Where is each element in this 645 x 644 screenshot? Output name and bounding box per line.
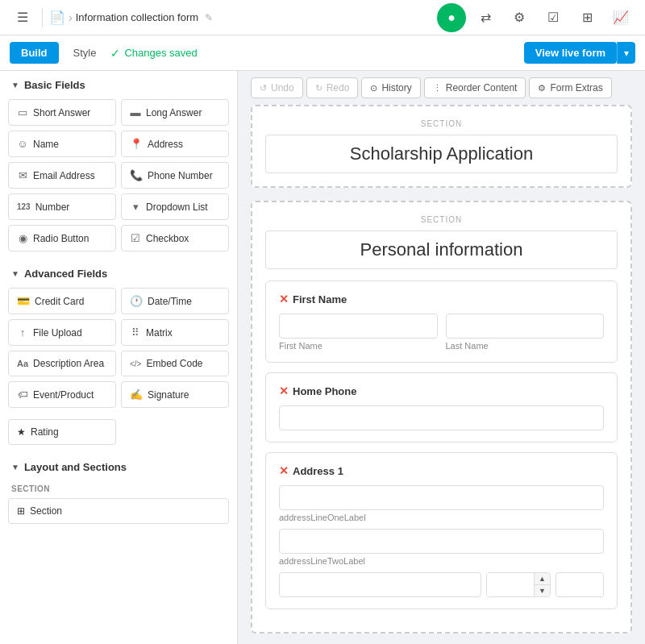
advanced-fields-header[interactable]: ▼ Advanced Fields [0, 260, 237, 285]
address-icon: 📍 [130, 138, 143, 150]
basic-fields-grid: ▭ Short Answer ▬ Long Answer ☺ Name 📍 Ad… [0, 96, 237, 260]
address-label: ✕ Address 1 [279, 464, 604, 477]
checkbox-field[interactable]: ☑ Checkbox [121, 225, 229, 251]
separator-1 [42, 8, 43, 27]
name-icon: ☺ [17, 138, 28, 150]
breadcrumb-edit-icon[interactable]: ✎ [205, 12, 213, 23]
address-line-1-label: addressLineOneLabel [279, 513, 604, 522]
description-icon: Aa [17, 359, 28, 368]
section-tag-1: SECTION [265, 119, 618, 128]
address-city-input[interactable] [279, 572, 481, 597]
build-button[interactable]: Build [10, 42, 59, 64]
hamburger-icon[interactable]: ☰ [10, 5, 35, 31]
embed-icon: </> [130, 359, 141, 368]
last-name-input-wrapper: Last Name [446, 314, 605, 351]
datetime-icon: 🕐 [130, 295, 143, 307]
dropdown-icon: ▾ [130, 201, 141, 213]
redo-icon: ↻ [315, 83, 322, 93]
breadcrumb-arrow: › [69, 11, 73, 24]
redo-button[interactable]: ↻ Redo [306, 77, 359, 98]
required-icon-2: ✕ [279, 384, 289, 397]
section-title-input-2[interactable] [265, 231, 618, 269]
rating-field[interactable]: ★ Rating [8, 419, 116, 445]
embed-code-field[interactable]: </> Embed Code [121, 351, 229, 376]
file-upload-field[interactable]: ↑ File Upload [8, 319, 116, 346]
sidebar: ▼ Basic Fields ▭ Short Answer ▬ Long Ans… [0, 71, 238, 644]
address-field[interactable]: 📍 Address [121, 131, 229, 157]
settings-icon[interactable]: ⚙ [505, 3, 534, 32]
email-address-field[interactable]: ✉ Email Address [8, 162, 116, 189]
advanced-fields-label: Advanced Fields [24, 268, 107, 280]
form-content: SECTION SECTION ✕ First Name [238, 105, 645, 644]
advanced-fields-grid: 💳 Credit Card 🕐 Date/Time ↑ File Upload … [0, 285, 237, 416]
form-extras-button[interactable]: ⚙ Form Extras [529, 77, 611, 98]
long-answer-field[interactable]: ▬ Long Answer [121, 99, 229, 126]
event-product-field[interactable]: 🏷 Event/Product [8, 381, 116, 408]
matrix-field[interactable]: ⠿ Matrix [121, 319, 229, 346]
last-name-input[interactable] [446, 314, 605, 339]
section-title-input-1[interactable] [265, 135, 618, 173]
spinner-down[interactable]: ▼ [535, 585, 550, 596]
undo-button[interactable]: ↺ Undo [251, 77, 303, 98]
undo-icon: ↺ [260, 83, 267, 93]
number-icon: 123 [17, 202, 31, 211]
first-name-label: ✕ First Name [279, 293, 604, 305]
chart-icon[interactable]: 📈 [606, 3, 635, 32]
address-row-bottom: ▲ ▼ [279, 572, 604, 597]
history-icon: ⊙ [370, 83, 377, 93]
spinner-up[interactable]: ▲ [535, 573, 550, 585]
short-answer-icon: ▭ [17, 106, 28, 118]
short-answer-field[interactable]: ▭ Short Answer [8, 99, 116, 126]
first-name-field-block: ✕ First Name First Name Last Name [265, 280, 618, 363]
breadcrumb-title: Information collection form [76, 11, 198, 23]
section-layout-field[interactable]: ⊞ Section [8, 498, 229, 524]
address-line-2-label: addressLineTwoLabel [279, 556, 604, 566]
view-live-button[interactable]: View live form [524, 42, 617, 64]
matrix-icon: ⠿ [130, 326, 141, 339]
spinner-arrows: ▲ ▼ [534, 573, 550, 596]
connection-icon[interactable]: ⇄ [471, 3, 500, 32]
main-layout: ▼ Basic Fields ▭ Short Answer ▬ Long Ans… [0, 71, 645, 644]
required-icon-1: ✕ [279, 293, 289, 305]
address-spinner-input[interactable] [487, 573, 534, 596]
publish-icon[interactable]: ● [437, 3, 466, 32]
changes-saved-status: ✓ Changes saved [110, 47, 197, 60]
top-bar-actions: ● ⇄ ⚙ ☑ ⊞ 📈 [437, 3, 635, 32]
basic-fields-header[interactable]: ▼ Basic Fields [0, 71, 237, 96]
datetime-field[interactable]: 🕐 Date/Time [121, 288, 229, 314]
credit-card-field[interactable]: 💳 Credit Card [8, 288, 116, 314]
signature-field[interactable]: ✍ Signature [121, 381, 229, 408]
first-name-input[interactable] [279, 314, 438, 339]
checkbox-icon: ☑ [130, 232, 141, 244]
section-block-1: SECTION [251, 105, 632, 188]
address-zip-input[interactable] [556, 572, 604, 597]
reorder-button[interactable]: ⋮ Reorder Content [424, 77, 526, 98]
reorder-icon: ⋮ [433, 83, 442, 93]
credit-card-icon: 💳 [17, 295, 30, 307]
phone-icon: 📞 [130, 169, 143, 181]
checklist-icon[interactable]: ☑ [539, 3, 568, 32]
name-field[interactable]: ☺ Name [8, 131, 116, 157]
event-icon: 🏷 [17, 388, 28, 401]
home-phone-label: ✕ Home Phone [279, 384, 604, 397]
dropdown-list-field[interactable]: ▾ Dropdown List [121, 193, 229, 220]
grid-icon[interactable]: ⊞ [572, 3, 601, 32]
long-answer-icon: ▬ [130, 106, 141, 118]
collapse-arrow-advanced: ▼ [11, 269, 19, 278]
address-line-2-input[interactable] [279, 529, 604, 554]
radio-button-field[interactable]: ◉ Radio Button [8, 225, 116, 251]
file-icon: 📄 [49, 10, 65, 25]
address-line-1-input[interactable] [279, 485, 604, 510]
phone-number-field[interactable]: 📞 Phone Number [121, 162, 229, 189]
view-live-dropdown-button[interactable]: ▾ [617, 42, 635, 64]
address-spinner: ▲ ▼ [486, 572, 551, 597]
section-tag-2: SECTION [265, 215, 618, 224]
description-area-field[interactable]: Aa Description Area [8, 351, 116, 376]
style-button[interactable]: Style [65, 42, 105, 64]
history-button[interactable]: ⊙ History [361, 77, 420, 98]
number-field[interactable]: 123 Number [8, 193, 116, 220]
content-area: ↺ Undo ↻ Redo ⊙ History ⋮ Reorder Conten… [238, 71, 645, 644]
address-line-2-wrapper: addressLineTwoLabel [279, 529, 604, 566]
home-phone-input[interactable] [279, 405, 604, 430]
layout-sections-header[interactable]: ▼ Layout and Sections [0, 453, 237, 478]
